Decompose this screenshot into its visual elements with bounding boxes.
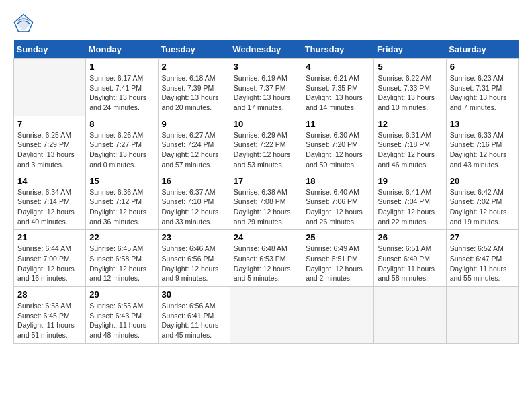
day-number: 24	[234, 232, 298, 242]
header-wednesday: Wednesday	[230, 40, 302, 59]
day-number: 13	[450, 119, 515, 129]
day-cell	[374, 287, 446, 344]
day-cell: 12Sunrise: 6:31 AMSunset: 7:18 PMDayligh…	[374, 116, 446, 173]
day-info: Sunrise: 6:17 AMSunset: 7:41 PMDaylight:…	[89, 73, 154, 113]
day-cell: 24Sunrise: 6:48 AMSunset: 6:53 PMDayligh…	[230, 230, 302, 287]
day-info: Sunrise: 6:23 AMSunset: 7:31 PMDaylight:…	[450, 73, 515, 113]
svg-marker-1	[16, 16, 32, 32]
day-number: 30	[162, 289, 226, 300]
day-cell: 5Sunrise: 6:22 AMSunset: 7:33 PMDaylight…	[374, 59, 446, 116]
day-number: 5	[378, 62, 442, 72]
day-cell: 7Sunrise: 6:25 AMSunset: 7:29 PMDaylight…	[14, 116, 86, 173]
day-number: 3	[234, 62, 298, 72]
day-info: Sunrise: 6:36 AMSunset: 7:12 PMDaylight:…	[89, 187, 154, 227]
day-info: Sunrise: 6:42 AMSunset: 7:02 PMDaylight:…	[450, 187, 515, 227]
week-row-1: 1Sunrise: 6:17 AMSunset: 7:41 PMDaylight…	[14, 59, 519, 116]
day-number: 9	[162, 119, 226, 129]
day-info: Sunrise: 6:53 AMSunset: 6:45 PMDaylight:…	[17, 301, 82, 340]
header-friday: Friday	[374, 40, 446, 59]
day-cell: 26Sunrise: 6:51 AMSunset: 6:49 PMDayligh…	[374, 230, 446, 287]
day-cell: 11Sunrise: 6:30 AMSunset: 7:20 PMDayligh…	[302, 116, 374, 173]
day-number: 4	[306, 62, 370, 72]
header-monday: Monday	[86, 40, 158, 59]
calendar-table: SundayMondayTuesdayWednesdayThursdayFrid…	[13, 40, 519, 344]
day-info: Sunrise: 6:30 AMSunset: 7:20 PMDaylight:…	[306, 130, 370, 170]
day-number: 29	[89, 289, 154, 300]
week-row-3: 14Sunrise: 6:34 AMSunset: 7:14 PMDayligh…	[14, 173, 519, 230]
day-number: 1	[89, 62, 154, 72]
week-row-5: 28Sunrise: 6:53 AMSunset: 6:45 PMDayligh…	[14, 287, 519, 344]
day-info: Sunrise: 6:46 AMSunset: 6:56 PMDaylight:…	[162, 244, 226, 283]
day-cell: 20Sunrise: 6:42 AMSunset: 7:02 PMDayligh…	[446, 173, 518, 230]
day-info: Sunrise: 6:52 AMSunset: 6:47 PMDaylight:…	[450, 244, 515, 283]
day-number: 26	[378, 232, 442, 242]
day-cell: 2Sunrise: 6:18 AMSunset: 7:39 PMDaylight…	[158, 59, 230, 116]
day-info: Sunrise: 6:48 AMSunset: 6:53 PMDaylight:…	[234, 244, 298, 283]
day-cell: 15Sunrise: 6:36 AMSunset: 7:12 PMDayligh…	[86, 173, 158, 230]
header-saturday: Saturday	[446, 40, 518, 59]
day-cell: 19Sunrise: 6:41 AMSunset: 7:04 PMDayligh…	[374, 173, 446, 230]
day-info: Sunrise: 6:25 AMSunset: 7:29 PMDaylight:…	[17, 130, 82, 170]
day-cell: 22Sunrise: 6:45 AMSunset: 6:58 PMDayligh…	[86, 230, 158, 287]
day-info: Sunrise: 6:45 AMSunset: 6:58 PMDaylight:…	[89, 244, 154, 283]
day-cell: 21Sunrise: 6:44 AMSunset: 7:00 PMDayligh…	[14, 230, 86, 287]
day-info: Sunrise: 6:38 AMSunset: 7:08 PMDaylight:…	[234, 187, 298, 227]
day-cell: 29Sunrise: 6:55 AMSunset: 6:43 PMDayligh…	[86, 287, 158, 344]
day-cell: 6Sunrise: 6:23 AMSunset: 7:31 PMDaylight…	[446, 59, 518, 116]
header-thursday: Thursday	[302, 40, 374, 59]
day-number: 20	[450, 176, 515, 186]
day-info: Sunrise: 6:51 AMSunset: 6:49 PMDaylight:…	[378, 244, 442, 283]
day-info: Sunrise: 6:40 AMSunset: 7:06 PMDaylight:…	[306, 187, 370, 227]
day-cell: 30Sunrise: 6:56 AMSunset: 6:41 PMDayligh…	[158, 287, 230, 344]
day-info: Sunrise: 6:22 AMSunset: 7:33 PMDaylight:…	[378, 73, 442, 113]
week-row-2: 7Sunrise: 6:25 AMSunset: 7:29 PMDaylight…	[14, 116, 519, 173]
day-number: 28	[17, 289, 82, 300]
day-number: 25	[306, 232, 370, 242]
day-number: 23	[162, 232, 226, 242]
day-number: 8	[89, 119, 154, 129]
day-info: Sunrise: 6:26 AMSunset: 7:27 PMDaylight:…	[89, 130, 154, 170]
day-info: Sunrise: 6:27 AMSunset: 7:24 PMDaylight:…	[162, 130, 226, 170]
day-info: Sunrise: 6:18 AMSunset: 7:39 PMDaylight:…	[162, 73, 226, 113]
day-number: 2	[162, 62, 226, 72]
day-info: Sunrise: 6:19 AMSunset: 7:37 PMDaylight:…	[234, 73, 298, 113]
day-number: 27	[450, 232, 515, 242]
day-cell: 4Sunrise: 6:21 AMSunset: 7:35 PMDaylight…	[302, 59, 374, 116]
calendar-header-row: SundayMondayTuesdayWednesdayThursdayFrid…	[14, 40, 519, 59]
day-info: Sunrise: 6:49 AMSunset: 6:51 PMDaylight:…	[306, 244, 370, 283]
day-number: 6	[450, 62, 515, 72]
day-info: Sunrise: 6:33 AMSunset: 7:16 PMDaylight:…	[450, 130, 515, 170]
day-cell: 25Sunrise: 6:49 AMSunset: 6:51 PMDayligh…	[302, 230, 374, 287]
day-cell: 1Sunrise: 6:17 AMSunset: 7:41 PMDaylight…	[86, 59, 158, 116]
day-number: 19	[378, 176, 442, 186]
day-info: Sunrise: 6:31 AMSunset: 7:18 PMDaylight:…	[378, 130, 442, 170]
day-cell: 18Sunrise: 6:40 AMSunset: 7:06 PMDayligh…	[302, 173, 374, 230]
day-cell: 16Sunrise: 6:37 AMSunset: 7:10 PMDayligh…	[158, 173, 230, 230]
day-cell: 10Sunrise: 6:29 AMSunset: 7:22 PMDayligh…	[230, 116, 302, 173]
day-cell: 13Sunrise: 6:33 AMSunset: 7:16 PMDayligh…	[446, 116, 518, 173]
day-cell	[302, 287, 374, 344]
day-number: 21	[17, 232, 82, 242]
day-info: Sunrise: 6:41 AMSunset: 7:04 PMDaylight:…	[378, 187, 442, 227]
logo	[13, 13, 37, 34]
day-cell: 14Sunrise: 6:34 AMSunset: 7:14 PMDayligh…	[14, 173, 86, 230]
day-cell	[230, 287, 302, 344]
day-number: 16	[162, 176, 226, 186]
day-cell: 8Sunrise: 6:26 AMSunset: 7:27 PMDaylight…	[86, 116, 158, 173]
day-cell: 17Sunrise: 6:38 AMSunset: 7:08 PMDayligh…	[230, 173, 302, 230]
day-cell: 3Sunrise: 6:19 AMSunset: 7:37 PMDaylight…	[230, 59, 302, 116]
day-cell: 27Sunrise: 6:52 AMSunset: 6:47 PMDayligh…	[446, 230, 518, 287]
day-info: Sunrise: 6:44 AMSunset: 7:00 PMDaylight:…	[17, 244, 82, 283]
week-row-4: 21Sunrise: 6:44 AMSunset: 7:00 PMDayligh…	[14, 230, 519, 287]
day-number: 7	[17, 119, 82, 129]
day-info: Sunrise: 6:21 AMSunset: 7:35 PMDaylight:…	[306, 73, 370, 113]
day-info: Sunrise: 6:37 AMSunset: 7:10 PMDaylight:…	[162, 187, 226, 227]
day-number: 15	[89, 176, 154, 186]
header-tuesday: Tuesday	[158, 40, 230, 59]
day-number: 17	[234, 176, 298, 186]
page-header	[13, 13, 519, 34]
day-number: 12	[378, 119, 442, 129]
day-number: 14	[17, 176, 82, 186]
day-info: Sunrise: 6:34 AMSunset: 7:14 PMDaylight:…	[17, 187, 82, 227]
day-info: Sunrise: 6:55 AMSunset: 6:43 PMDaylight:…	[89, 301, 154, 340]
